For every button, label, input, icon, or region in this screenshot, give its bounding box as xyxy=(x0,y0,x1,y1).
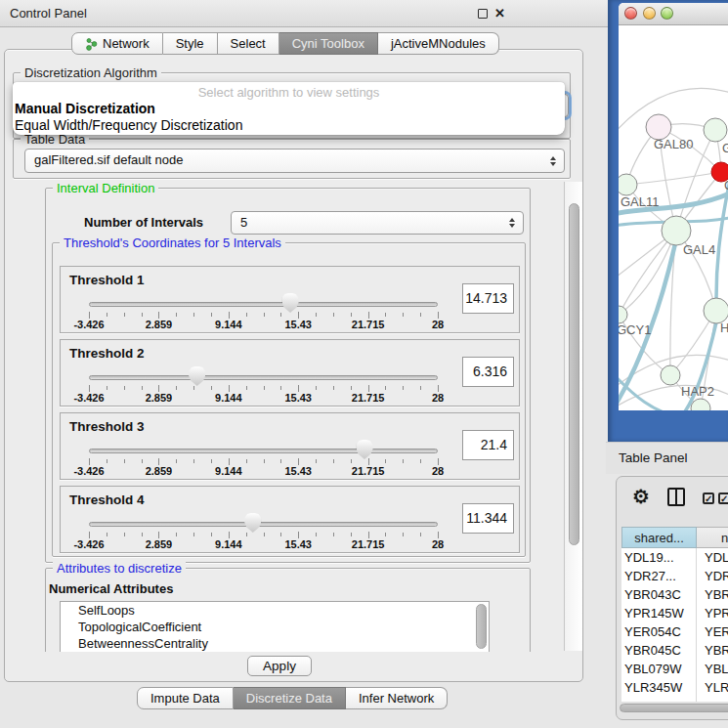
table-row[interactable]: YPR145WYPR1 xyxy=(621,604,728,622)
slider-tick xyxy=(158,312,159,319)
slider-tick xyxy=(280,386,281,390)
tab-cyni-toolbox[interactable]: Cyni Toolbox xyxy=(279,32,378,55)
slider-tick xyxy=(211,313,212,317)
option-manual-discretization[interactable]: Manual Discretization xyxy=(15,101,155,116)
thresholds-group-title: Threshold's Coordinates for 5 Intervals xyxy=(60,236,285,250)
close-icon[interactable]: ✕ xyxy=(494,6,505,21)
slider-tick xyxy=(107,459,107,463)
threshold-row: Threshold 3-3.4262.8599.14415.4321.71528… xyxy=(60,412,520,480)
panel-scrollbar-track[interactable] xyxy=(564,182,582,651)
threshold-label: Threshold 2 xyxy=(69,346,145,361)
table-data-combo[interactable]: galFiltered.sif default node xyxy=(24,149,565,173)
slider-track[interactable] xyxy=(89,522,438,527)
option-equal-width-frequency[interactable]: Equal Width/Frequency Discretization xyxy=(15,117,242,133)
node-gal4[interactable] xyxy=(662,216,691,245)
label-hap2: HAP2 xyxy=(681,384,714,399)
slider-tick-label: 21.715 xyxy=(343,319,394,330)
slider-thumb[interactable] xyxy=(282,293,299,313)
combo-arrows-icon xyxy=(509,218,515,228)
screen: Control Panel ✕ Network Style Select Cyn… xyxy=(0,0,728,728)
discretization-algorithm-title: Discretization Algorithm xyxy=(21,65,161,80)
tab-discretize-data[interactable]: Discretize Data xyxy=(234,687,346,709)
checkbox-icon[interactable]: ✓ xyxy=(703,492,714,504)
network-canvas[interactable]: GAL80 G C GAL11 GAL4 H GCY1 HAP2 xyxy=(619,25,728,410)
slider-tick-label: 9.144 xyxy=(203,319,254,330)
threshold-value-field[interactable]: 11.344 xyxy=(462,503,514,534)
slider-tick xyxy=(403,386,404,390)
table-data-value: galFiltered.sif default node xyxy=(34,150,183,171)
table-hscrollbar-thumb[interactable] xyxy=(620,704,728,712)
threshold-value-field[interactable]: 14.713 xyxy=(462,283,514,314)
slider-tick xyxy=(351,313,352,317)
slider-tick xyxy=(124,459,125,463)
cell-name: YDL1 xyxy=(697,548,728,567)
table-row[interactable]: YER054CYER0 xyxy=(621,622,728,641)
tab-jactivemnodules[interactable]: jActiveMNodules xyxy=(378,32,499,55)
slider-track[interactable] xyxy=(89,449,438,453)
numerical-attributes-list[interactable]: SelfLoopsTopologicalCoefficientBetweenne… xyxy=(60,601,490,652)
threshold-label: Threshold 4 xyxy=(69,492,145,507)
slider-tick-label: -3.426 xyxy=(64,319,114,330)
cell-name: YBR0 xyxy=(697,641,728,660)
table-row[interactable]: YBR043CYBR0 xyxy=(621,585,728,604)
table-row[interactable]: YDL19...YDL1 xyxy=(621,548,728,567)
slider-tick xyxy=(438,532,439,538)
tab-discretize-data-label: Discretize Data xyxy=(246,688,332,708)
table-rows: YDL19...YDL1YDR27...YDR2YBR043CYBR0YPR14… xyxy=(621,548,728,702)
network-icon xyxy=(85,37,98,51)
apply-button[interactable]: Apply xyxy=(247,656,312,676)
table-row[interactable]: YLR345WYLR3 xyxy=(621,678,728,697)
slider-tick xyxy=(333,533,334,536)
label-gal11: GAL11 xyxy=(621,194,660,209)
table-row[interactable]: YIL052CYIL0 xyxy=(621,697,728,702)
float-window-icon[interactable] xyxy=(478,9,488,19)
slider-tick-label: 28 xyxy=(412,319,463,330)
zoom-traffic-light[interactable] xyxy=(661,7,673,20)
threshold-value-field[interactable]: 6.316 xyxy=(462,357,514,387)
slider-tick-label: 21.715 xyxy=(343,392,394,404)
attribute-list-item[interactable]: SelfLoops xyxy=(61,602,489,619)
interval-definition-group: Interval Definition Number of Intervals … xyxy=(45,188,531,563)
tab-impute-data[interactable]: Impute Data xyxy=(137,687,234,709)
column-header-name[interactable]: n xyxy=(697,527,728,548)
slider-tick xyxy=(89,458,90,465)
control-panel-tabs: Network Style Select Cyni Toolbox jActiv… xyxy=(71,32,499,55)
column-header-shared-name[interactable]: shared... xyxy=(621,527,697,548)
node-top-right[interactable] xyxy=(704,118,727,142)
num-intervals-combo[interactable]: 5 xyxy=(231,211,524,235)
table-row[interactable]: YDR27...YDR2 xyxy=(621,567,728,585)
minimize-traffic-light[interactable] xyxy=(643,7,656,20)
node-bottom[interactable] xyxy=(691,399,710,410)
slider-tick xyxy=(176,386,177,390)
slider-tick xyxy=(142,533,143,536)
panel-scrollbar-thumb[interactable] xyxy=(569,203,579,545)
slider-thumb[interactable] xyxy=(244,513,261,533)
slider-tick xyxy=(298,532,299,538)
slider-thumb[interactable] xyxy=(357,440,373,459)
slider-track[interactable] xyxy=(89,302,438,307)
cell-shared-name: YLR345W xyxy=(621,678,697,697)
split-columns-icon[interactable] xyxy=(667,488,685,506)
slider-tick-label: 28 xyxy=(412,465,463,477)
attributes-group-title: Attributes to discretize xyxy=(53,561,186,576)
table-row[interactable]: YBR045CYBR0 xyxy=(621,641,728,660)
attribute-list-item[interactable]: TopologicalCoefficient xyxy=(61,619,489,635)
slider-thumb[interactable] xyxy=(189,366,205,386)
slider-tick xyxy=(420,459,421,463)
gear-icon[interactable]: ⚙ xyxy=(632,485,650,508)
tab-style[interactable]: Style xyxy=(163,32,218,55)
attribute-list-item[interactable]: BetweennessCentrality xyxy=(61,635,489,652)
close-traffic-light[interactable] xyxy=(624,7,637,20)
checkbox-icon[interactable]: ✓ xyxy=(718,492,728,504)
slider-track[interactable] xyxy=(89,375,438,380)
cell-name: YDR2 xyxy=(697,567,728,585)
tab-infer-network[interactable]: Infer Network xyxy=(346,687,448,709)
tab-network[interactable]: Network xyxy=(71,32,163,55)
attributes-scrollbar[interactable] xyxy=(476,604,487,649)
node-hap2[interactable] xyxy=(661,365,680,385)
slider-tick xyxy=(193,533,194,536)
tab-select[interactable]: Select xyxy=(218,32,279,55)
table-row[interactable]: YBL079WYBL0 xyxy=(621,660,728,678)
node-gal11[interactable] xyxy=(619,174,637,195)
threshold-value-field[interactable]: 21.4 xyxy=(462,430,514,460)
